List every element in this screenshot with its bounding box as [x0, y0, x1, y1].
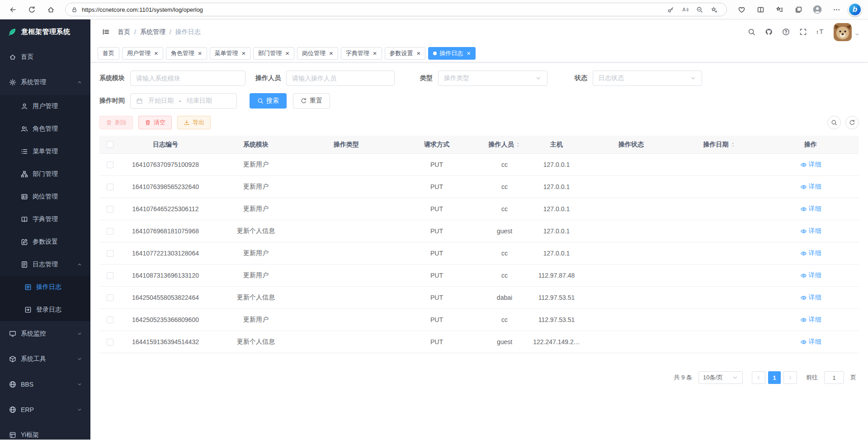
row-checkbox[interactable]	[107, 161, 113, 168]
close-icon[interactable]: ×	[285, 50, 289, 57]
header-search-button[interactable]	[744, 25, 759, 39]
row-checkbox[interactable]	[107, 206, 113, 213]
github-button[interactable]	[761, 25, 776, 39]
sort-caret-icon[interactable]	[515, 142, 521, 147]
toggle-search-button[interactable]	[827, 116, 841, 129]
tab-menu[interactable]: 菜单管理×	[210, 47, 251, 60]
next-page-button[interactable]	[783, 371, 797, 384]
export-button[interactable]: 导出	[177, 116, 211, 129]
reset-button[interactable]: 重置	[293, 93, 330, 109]
module-input[interactable]	[130, 71, 245, 86]
search-button[interactable]: 搜索	[250, 93, 287, 109]
split-screen-button[interactable]	[751, 1, 769, 18]
tab-operlog[interactable]: 操作日志×	[428, 47, 476, 60]
prev-page-button[interactable]	[752, 371, 765, 384]
sidebar-item-operation-log[interactable]: 操作日志	[0, 276, 90, 298]
add-favorite-button[interactable]	[707, 3, 721, 16]
sidebar-toggle-button[interactable]	[99, 25, 113, 39]
close-icon[interactable]: ×	[242, 50, 246, 57]
operator-input[interactable]	[286, 71, 395, 86]
breadcrumb-system[interactable]: 系统管理	[140, 28, 165, 36]
sidebar-item-param-settings[interactable]: 参数设置	[0, 231, 90, 253]
row-checkbox[interactable]	[107, 250, 113, 257]
sidebar-item-bbs[interactable]: BBS	[0, 372, 90, 397]
app-logo[interactable]: 意框架管理系统	[0, 19, 90, 44]
fullscreen-button[interactable]	[796, 25, 810, 39]
detail-link[interactable]: 详细	[800, 338, 821, 346]
tab-role[interactable]: 角色管理×	[166, 47, 207, 60]
row-checkbox[interactable]	[107, 294, 113, 301]
sidebar-item-system-tools[interactable]: 系统工具	[0, 346, 90, 372]
back-button[interactable]	[4, 1, 22, 18]
page-size-select[interactable]: 10条/页	[698, 371, 743, 384]
sidebar-item-login-log[interactable]: 登录日志	[0, 298, 90, 321]
tab-user[interactable]: 用户管理×	[122, 47, 163, 60]
help-button[interactable]	[778, 25, 793, 39]
detail-link[interactable]: 详细	[800, 316, 821, 324]
tab-post[interactable]: 岗位管理×	[297, 47, 338, 60]
close-icon[interactable]: ×	[198, 50, 202, 57]
detail-link[interactable]: 详细	[800, 293, 821, 302]
sidebar-item-user-management[interactable]: 用户管理	[0, 95, 90, 118]
page-1-button[interactable]: 1	[768, 371, 781, 384]
refresh-button[interactable]	[23, 1, 41, 18]
tab-param[interactable]: 参数设置×	[385, 47, 426, 60]
clear-button[interactable]: 清空	[138, 116, 172, 129]
sort-caret-icon[interactable]	[730, 142, 736, 147]
user-avatar[interactable]	[834, 23, 852, 41]
close-icon[interactable]: ×	[154, 50, 158, 57]
close-icon[interactable]: ×	[417, 50, 421, 57]
detail-link[interactable]: 详细	[800, 271, 821, 279]
row-checkbox[interactable]	[107, 317, 113, 323]
breadcrumb-home[interactable]: 首页	[118, 28, 130, 36]
sidebar-item-yi-frame[interactable]: Yi框架	[0, 422, 90, 440]
delete-button[interactable]: 删除	[99, 116, 133, 129]
date-range-input[interactable]: 开始日期 - 结束日期	[130, 93, 237, 109]
row-checkbox[interactable]	[107, 184, 113, 190]
close-icon[interactable]: ×	[373, 50, 377, 57]
refresh-table-button[interactable]	[845, 116, 859, 129]
url-text[interactable]: https://ccnetcore.com:1101/system/log/op…	[82, 6, 663, 13]
row-checkbox[interactable]	[107, 339, 113, 345]
sidebar-item-home[interactable]: 首页	[0, 44, 90, 70]
home-button[interactable]	[42, 1, 60, 18]
sidebar-item-erp[interactable]: ERP	[0, 397, 90, 422]
sidebar-item-log-management[interactable]: 日志管理	[0, 253, 90, 276]
sidebar-item-dict-management[interactable]: 字典管理	[0, 208, 90, 231]
avatar-menu-caret[interactable]	[854, 31, 860, 38]
sidebar-item-role-management[interactable]: 角色管理	[0, 118, 90, 140]
status-select[interactable]: 日志状态	[593, 71, 702, 86]
browser-essentials-button[interactable]	[732, 1, 750, 18]
close-icon[interactable]: ×	[329, 50, 333, 57]
password-button[interactable]	[663, 3, 678, 16]
row-checkbox[interactable]	[107, 228, 113, 235]
tab-label: 岗位管理	[302, 49, 326, 57]
read-aloud-button[interactable]: A	[678, 3, 692, 16]
sidebar-item-menu-management[interactable]: 菜单管理	[0, 140, 90, 163]
detail-link[interactable]: 详细	[800, 183, 821, 191]
detail-link[interactable]: 详细	[800, 227, 821, 235]
row-checkbox[interactable]	[107, 272, 113, 279]
bing-sidebar-button[interactable]: b	[848, 3, 862, 16]
close-icon[interactable]: ×	[467, 50, 471, 57]
profile-button[interactable]	[808, 1, 826, 18]
collections-button[interactable]	[789, 1, 807, 18]
detail-link[interactable]: 详细	[800, 161, 821, 169]
detail-link[interactable]: 详细	[800, 249, 821, 257]
sidebar-item-dept-management[interactable]: 部门管理	[0, 163, 90, 185]
address-bar[interactable]: https://ccnetcore.com:1101/system/log/op…	[65, 3, 727, 16]
tab-dict[interactable]: 字典管理×	[341, 47, 382, 60]
tab-dept[interactable]: 部门管理×	[253, 47, 294, 60]
tab-home[interactable]: 首页	[98, 47, 119, 60]
favorites-button[interactable]	[770, 1, 788, 18]
detail-link[interactable]: 详细	[800, 205, 821, 213]
sidebar-item-post-management[interactable]: 岗位管理	[0, 185, 90, 208]
sidebar-item-system-monitor[interactable]: 系统监控	[0, 321, 90, 346]
goto-page-input[interactable]	[824, 371, 844, 384]
sidebar-item-system-management[interactable]: 系统管理	[0, 70, 90, 95]
zoom-button[interactable]	[692, 3, 707, 16]
font-size-button[interactable]: tT	[813, 25, 827, 39]
select-all-checkbox[interactable]	[107, 141, 113, 148]
type-select[interactable]: 操作类型	[438, 71, 547, 86]
browser-menu-button[interactable]	[827, 1, 845, 18]
